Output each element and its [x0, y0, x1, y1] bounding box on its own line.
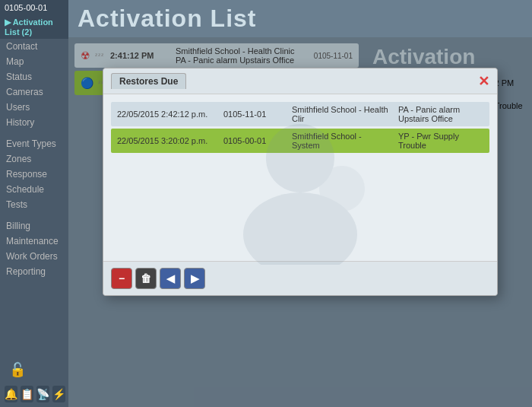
- page-title: Activation List: [78, 5, 256, 33]
- sidebar-header: 0105-00-01: [0, 0, 68, 15]
- sidebar-nav: ContactMapStatusCamerasUsersHistoryEvent…: [0, 39, 68, 279]
- remove-button[interactable]: −: [111, 268, 132, 289]
- sidebar-item-maintenance[interactable]: Maintenance: [0, 234, 68, 249]
- modal-overlay: Restores Due ✕ 22/05/2015 2:42:12 p.m. 0…: [68, 37, 532, 407]
- sidebar-item-contact[interactable]: Contact: [0, 39, 68, 54]
- signal-icon[interactable]: 📡: [36, 386, 49, 402]
- sidebar: 0105-00-01 ▶ Activation List (2) Contact…: [0, 0, 68, 407]
- sidebar-item-status[interactable]: Status: [0, 69, 68, 84]
- modal-desc: PA - Panic alarm Upstairs Office: [398, 105, 483, 123]
- sidebar-item-event-types[interactable]: Event Types: [0, 136, 68, 151]
- alarm-icon[interactable]: 🔔: [5, 386, 17, 402]
- activation-section: ☢ ᶻᶻᶻ 2:41:12 PM Smithfield School - Hea…: [68, 37, 532, 407]
- sidebar-item-map[interactable]: Map: [0, 54, 68, 69]
- sidebar-item-users[interactable]: Users: [0, 100, 68, 115]
- modal-close-button[interactable]: ✕: [478, 75, 489, 88]
- sidebar-item-history[interactable]: History: [0, 115, 68, 130]
- sidebar-item-schedule[interactable]: Schedule: [0, 182, 68, 197]
- sidebar-item-work-orders[interactable]: Work Orders: [0, 249, 68, 264]
- restores-due-modal: Restores Due ✕ 22/05/2015 2:42:12 p.m. 0…: [103, 68, 498, 296]
- modal-date: 22/05/2015 2:42:12 p.m.: [117, 110, 216, 119]
- sidebar-item-response[interactable]: Response: [0, 167, 68, 182]
- delete-button[interactable]: 🗑: [135, 268, 157, 289]
- modal-footer: − 🗑 ◀ ▶: [103, 261, 497, 295]
- sidebar-active-item[interactable]: ▶ Activation List (2): [0, 15, 68, 39]
- sidebar-bottom-icons: 🔔 📋 📡 ⚡: [5, 386, 64, 402]
- modal-header: Restores Due ✕: [103, 68, 497, 94]
- sidebar-item-billing[interactable]: Billing: [0, 218, 68, 234]
- avatar-background: [224, 113, 376, 265]
- modal-date: 22/05/2015 3:20:02 p.m.: [117, 136, 216, 145]
- prev-button[interactable]: ◀: [160, 268, 181, 289]
- power-icon[interactable]: ⚡: [52, 386, 65, 402]
- main-content: Activation List ☢ ᶻᶻᶻ 2:41:12 PM Smithfi…: [68, 0, 532, 407]
- sidebar-item-reporting[interactable]: Reporting: [0, 264, 68, 279]
- sidebar-bottom: 🔓 🔔 📋 📡 ⚡: [0, 354, 68, 407]
- list-icon[interactable]: 📋: [21, 386, 33, 402]
- sidebar-item-tests[interactable]: Tests: [0, 197, 68, 212]
- next-button[interactable]: ▶: [184, 268, 205, 289]
- sidebar-item-cameras[interactable]: Cameras: [0, 84, 68, 100]
- sidebar-item-zones[interactable]: Zones: [0, 151, 68, 167]
- svg-point-2: [319, 166, 365, 211]
- modal-desc: YP - Pwr Supply Trouble: [398, 132, 483, 150]
- modal-title: Restores Due: [111, 73, 186, 89]
- lock-icon: 🔓: [9, 361, 64, 378]
- modal-body: 22/05/2015 2:42:12 p.m. 0105-11-01 Smith…: [103, 94, 497, 261]
- top-bar: Activation List: [68, 0, 532, 37]
